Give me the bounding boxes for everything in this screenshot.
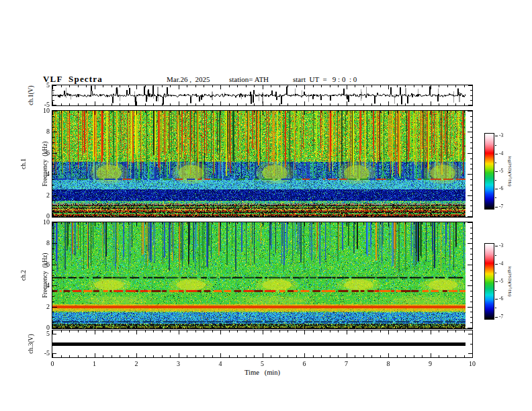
colorbar-tick-label: -4 <box>499 261 503 267</box>
x-tick-label: 4 <box>213 361 228 367</box>
x-tick-label: 6 <box>297 361 312 367</box>
colorbar-tick-label: -3 <box>499 243 503 248</box>
colorbar-tick-label: -3 <box>499 133 503 138</box>
x-tick-label: 9 <box>423 361 438 367</box>
y-tick-label: 2 <box>32 192 50 199</box>
y-tick-label: 5 <box>32 82 50 89</box>
colorbar-tick-label: -4 <box>499 151 503 156</box>
y-tick-label: 6 <box>32 150 50 156</box>
y-tick-label: 8 <box>32 240 50 246</box>
colorbar-tick-label: -7 <box>499 204 503 210</box>
x-tick-label: 3 <box>171 361 186 367</box>
y-tick-label: -5 <box>32 350 50 357</box>
x-tick-label: 1 <box>87 361 102 367</box>
tick-labels-layer: 012345678910024681002468105-55-5-3-4-5-6… <box>0 0 532 411</box>
x-tick-label: 5 <box>255 361 270 367</box>
y-tick-label: -5 <box>32 101 50 108</box>
y-tick-label: 4 <box>32 282 50 289</box>
x-tick-label: 7 <box>339 361 354 367</box>
x-tick-label: 8 <box>381 361 396 367</box>
colorbar-tick-label: -5 <box>499 279 503 284</box>
colorbar-tick-label: -7 <box>499 314 503 320</box>
y-tick-label: 6 <box>32 261 50 268</box>
colorbar-tick-label: -6 <box>499 296 503 302</box>
y-tick-label: 5 <box>32 330 50 337</box>
x-tick-label: 10 <box>465 361 480 367</box>
y-tick-label: 4 <box>32 171 50 177</box>
colorbar-tick-label: -5 <box>499 169 503 174</box>
vlf-spectra-figure: VLF Spectra Mar.26 , 2025 station= ATH s… <box>0 0 532 411</box>
y-tick-label: 2 <box>32 304 50 310</box>
y-tick-label: 8 <box>32 128 50 135</box>
x-tick-label: 2 <box>129 361 144 367</box>
colorbar-tick-label: -6 <box>499 186 503 191</box>
y-tick-label: 10 <box>32 107 50 114</box>
x-tick-label: 0 <box>45 361 60 367</box>
y-tick-label: 10 <box>32 219 50 226</box>
